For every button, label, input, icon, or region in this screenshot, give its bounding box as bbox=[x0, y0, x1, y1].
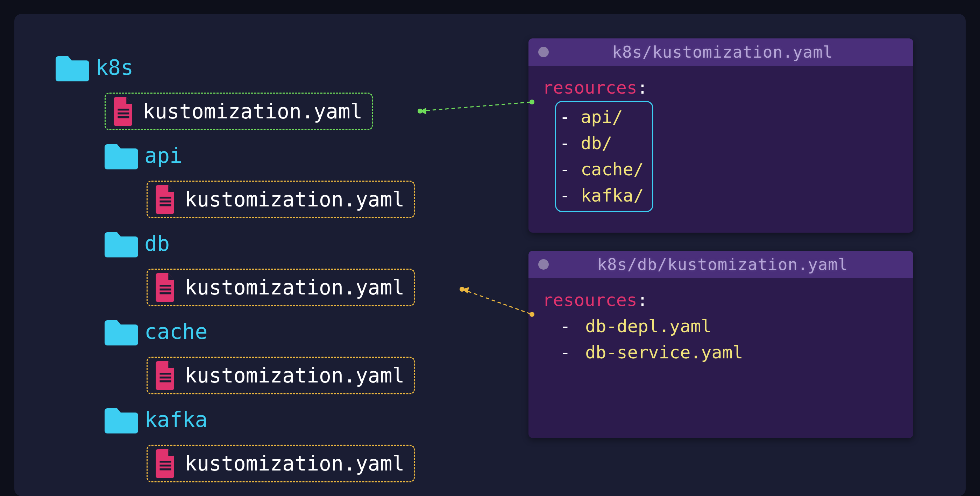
folder-row-api: api bbox=[49, 133, 415, 177]
window-dot-icon bbox=[538, 47, 549, 57]
folder-label: db bbox=[145, 231, 170, 256]
folder-label: kafka bbox=[145, 407, 208, 432]
code-panel-root: k8s/kustomization.yaml resources: - api/… bbox=[528, 38, 913, 233]
resource-item: db/ bbox=[581, 133, 612, 153]
resource-item: kafka/ bbox=[581, 185, 644, 206]
svg-rect-2 bbox=[118, 116, 129, 119]
resource-item: api/ bbox=[581, 107, 622, 127]
code-panel-db: k8s/db/kustomization.yaml resources: - d… bbox=[528, 251, 913, 438]
folder-row-root: k8s bbox=[49, 45, 415, 89]
panel-header: k8s/db/kustomization.yaml bbox=[528, 251, 913, 278]
svg-marker-18 bbox=[420, 108, 426, 114]
svg-rect-3 bbox=[160, 196, 171, 199]
file-box-root: kustomization.yaml bbox=[105, 93, 373, 130]
panel-title: k8s/db/kustomization.yaml bbox=[559, 255, 904, 274]
svg-rect-6 bbox=[160, 285, 171, 287]
svg-rect-5 bbox=[160, 204, 171, 206]
folder-icon bbox=[105, 317, 138, 345]
file-row-root-kustomization: kustomization.yaml bbox=[49, 89, 415, 133]
svg-rect-9 bbox=[160, 373, 171, 375]
resource-item: db-service.yaml bbox=[585, 342, 743, 363]
panel-header: k8s/kustomization.yaml bbox=[528, 38, 913, 66]
svg-rect-13 bbox=[160, 464, 171, 467]
svg-rect-4 bbox=[160, 201, 171, 203]
file-box: kustomization.yaml bbox=[146, 357, 415, 395]
file-icon bbox=[154, 273, 177, 302]
file-label: kustomization.yaml bbox=[185, 364, 405, 387]
yaml-colon: : bbox=[637, 290, 648, 310]
panel-title: k8s/kustomization.yaml bbox=[559, 43, 904, 62]
svg-rect-12 bbox=[160, 461, 171, 463]
folder-label: cache bbox=[145, 319, 208, 344]
file-box-db: kustomization.yaml bbox=[146, 269, 415, 306]
file-label: kustomization.yaml bbox=[185, 452, 405, 475]
file-row-cache: kustomization.yaml bbox=[49, 353, 415, 398]
svg-rect-10 bbox=[160, 377, 171, 379]
svg-rect-14 bbox=[160, 468, 171, 471]
folder-label: api bbox=[145, 143, 182, 168]
file-icon bbox=[154, 185, 177, 214]
svg-rect-8 bbox=[160, 292, 171, 295]
folder-icon bbox=[105, 406, 138, 433]
file-label: kustomization.yaml bbox=[143, 100, 363, 123]
diagram-canvas: k8s kustomization.yaml api bbox=[14, 14, 966, 496]
folder-icon bbox=[56, 54, 89, 81]
svg-rect-1 bbox=[118, 113, 129, 114]
yaml-colon: : bbox=[637, 78, 648, 98]
file-label: kustomization.yaml bbox=[185, 188, 405, 211]
svg-point-16 bbox=[418, 109, 423, 114]
svg-point-20 bbox=[460, 287, 465, 292]
file-box: kustomization.yaml bbox=[146, 181, 415, 218]
file-icon bbox=[154, 361, 177, 390]
yaml-key: resources bbox=[542, 290, 637, 310]
svg-rect-0 bbox=[118, 109, 129, 111]
panel-body: resources: - api/ - db/ - cache/ - kafka… bbox=[528, 66, 913, 226]
folder-icon bbox=[105, 141, 138, 170]
svg-rect-7 bbox=[160, 288, 171, 291]
window-dot-icon bbox=[538, 259, 549, 269]
file-row-kafka: kustomization.yaml bbox=[49, 442, 415, 485]
svg-line-15 bbox=[420, 102, 532, 111]
folder-row-kafka: kafka bbox=[49, 398, 415, 442]
folder-row-db: db bbox=[49, 222, 415, 265]
folder-icon bbox=[105, 230, 138, 257]
resource-item: db-depl.yaml bbox=[585, 316, 711, 336]
folder-row-cache: cache bbox=[49, 309, 415, 353]
file-row-api: kustomization.yaml bbox=[49, 177, 415, 222]
file-icon bbox=[154, 449, 177, 478]
svg-marker-22 bbox=[462, 287, 469, 293]
panel-body: resources: - db-depl.yaml - db-service.y… bbox=[528, 278, 913, 380]
file-row-db: kustomization.yaml bbox=[49, 265, 415, 309]
file-label: kustomization.yaml bbox=[185, 276, 405, 300]
svg-line-19 bbox=[462, 289, 532, 314]
resource-list-outline: - api/ - db/ - cache/ - kafka/ bbox=[555, 101, 653, 212]
yaml-key: resources bbox=[542, 78, 637, 98]
resource-item: cache/ bbox=[581, 159, 644, 179]
svg-rect-11 bbox=[160, 380, 171, 382]
file-icon bbox=[112, 97, 135, 126]
file-box: kustomization.yaml bbox=[146, 445, 415, 482]
folder-label-root: k8s bbox=[95, 55, 133, 80]
file-tree: k8s kustomization.yaml api bbox=[49, 45, 415, 485]
